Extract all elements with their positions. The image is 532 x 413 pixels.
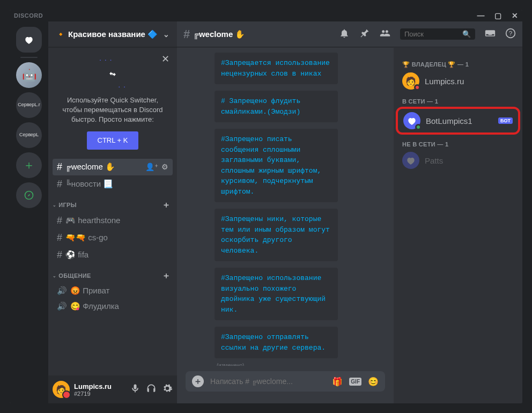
channels-list[interactable]: # ╔weclome ✋ 👤⁺⚙ # ╚новости 📃 ⌄ игры ＋ #… xyxy=(48,158,177,375)
search-box[interactable]: 🔍 xyxy=(400,28,475,40)
message-block: #Запрещено писать сообщения сплошными за… xyxy=(215,129,338,202)
chevron-down-icon[interactable]: ⌄ xyxy=(163,30,169,39)
titlebar: DISCORD — ▢ ✕ xyxy=(10,10,522,21)
composer: ＋ 🎁 GIF 😊 xyxy=(177,366,394,403)
category-games[interactable]: ⌄ игры ＋ xyxy=(50,193,175,212)
gear-icon[interactable]: ⚙ xyxy=(161,163,168,171)
messages-scroll[interactable]: #Запрещается использование нецензурных с… xyxy=(177,47,394,366)
server-header[interactable]: 🔸Красивое название🔷 ⌄ xyxy=(48,21,177,47)
channel-hearthstone[interactable]: #🎮 hearthstone xyxy=(53,212,173,229)
message-block: #Запрещено использование визуально похож… xyxy=(215,268,338,320)
message-block: #Запрещается использование нецензурных с… xyxy=(215,53,338,84)
quick-switcher-button[interactable]: CTRL + K xyxy=(87,131,139,150)
quick-switcher-card: ✕ • • • • • Используйте Quick Switcher, … xyxy=(48,47,177,158)
discord-window: DISCORD — ▢ ✕ 🤖 СерверL.r СерверL ＋ 🔸Кра… xyxy=(10,10,522,403)
server-icon-robot[interactable]: 🤖 xyxy=(16,62,42,88)
channel-news[interactable]: # ╚новости 📃 xyxy=(53,176,173,193)
voice-private[interactable]: 🔊😡 Приват xyxy=(53,283,173,298)
hash-icon: # xyxy=(57,232,62,244)
member-group-owner: 🏆 ВЛАДЕЛЕЦ 🏆 — 1 xyxy=(398,55,518,70)
explore-button[interactable] xyxy=(16,182,42,208)
invite-icon[interactable]: 👤⁺ xyxy=(145,163,158,171)
avatar: 🧑 xyxy=(402,72,419,90)
add-channel-icon[interactable]: ＋ xyxy=(162,200,171,211)
member-offline[interactable]: Patts xyxy=(398,150,518,171)
hash-icon: # xyxy=(57,215,62,226)
hash-icon: # xyxy=(57,179,62,190)
swap-arrows-icon: • • • • • xyxy=(97,58,129,90)
voice-flood[interactable]: 🔊😋 Флудилка xyxy=(53,299,173,314)
maximize-icon[interactable]: ▢ xyxy=(494,11,502,20)
message-input[interactable] xyxy=(210,377,326,386)
members-panel: 🏆 ВЛАДЕЛЕЦ 🏆 — 1 🧑 Lumpics.ru В СЕТИ — 1… xyxy=(394,47,522,403)
avatar xyxy=(403,112,420,129)
member-owner[interactable]: 🧑 Lumpics.ru xyxy=(398,70,518,92)
emoji-icon[interactable]: 😊 xyxy=(368,377,379,387)
member-group-offline: НЕ В СЕТИ — 1 xyxy=(398,135,518,150)
user-panel: 🧑 Lumpics.ru #2719 xyxy=(48,375,177,403)
hash-icon: # xyxy=(183,27,190,41)
highlight-annotation: BotLumpics1 БОТ xyxy=(396,107,520,135)
inbox-icon[interactable] xyxy=(485,28,496,41)
member-group-online: В СЕТИ — 1 xyxy=(398,92,518,107)
diamond-icon: 🔸 xyxy=(56,30,66,39)
channel-fifa[interactable]: #⚽ fifa xyxy=(53,247,173,263)
hash-icon: # xyxy=(57,249,62,261)
home-server-icon[interactable] xyxy=(16,27,42,53)
member-bot[interactable]: BotLumpics1 БОТ xyxy=(399,110,517,131)
server-rail: 🤖 СерверL.r СерверL ＋ xyxy=(10,21,48,403)
chevron-down-icon: ⌄ xyxy=(53,203,56,208)
message-block: # Запрещено флудить смайликами.(Эмодзи) xyxy=(215,91,338,122)
search-icon: 🔍 xyxy=(462,30,471,38)
help-icon[interactable]: ? xyxy=(505,28,516,41)
gift-icon[interactable]: 🎁 xyxy=(332,377,343,387)
user-tag: #2719 xyxy=(74,390,125,397)
username: Lumpics.ru xyxy=(74,382,125,390)
speaker-icon: 🔊 xyxy=(57,301,67,311)
hash-icon: # xyxy=(57,161,62,173)
channel-sidebar: 🔸Красивое название🔷 ⌄ ✕ • • • • • Исполь… xyxy=(48,21,177,403)
headphones-icon[interactable] xyxy=(146,383,157,396)
add-channel-icon[interactable]: ＋ xyxy=(162,270,171,282)
search-input[interactable] xyxy=(404,30,459,38)
chat-area: # ╔weclome ✋ 🔍 ? #Запрещается исп xyxy=(177,21,522,403)
server-icon-2[interactable]: СерверL xyxy=(16,122,42,148)
user-avatar[interactable]: 🧑 xyxy=(53,381,70,398)
channel-welcome[interactable]: # ╔weclome ✋ 👤⁺⚙ xyxy=(53,159,173,175)
attach-button[interactable]: ＋ xyxy=(192,375,204,387)
category-chat[interactable]: ⌄ Общение ＋ xyxy=(50,264,175,283)
speaker-icon: 🔊 xyxy=(57,286,67,296)
channel-csgo[interactable]: #🔫🔫 cs-go xyxy=(53,230,173,246)
gear-icon[interactable] xyxy=(162,383,173,396)
chevron-down-icon: ⌄ xyxy=(53,274,56,278)
members-icon[interactable] xyxy=(380,28,390,41)
avatar xyxy=(402,152,419,169)
channel-title-text: ╔weclome ✋ xyxy=(193,30,245,39)
svg-text:?: ? xyxy=(509,30,513,36)
diamond-icon: 🔷 xyxy=(147,30,158,39)
message-block: #Запрещены ники, которые тем или иным об… xyxy=(215,209,338,261)
mic-icon[interactable] xyxy=(130,383,141,396)
server-icon-1[interactable]: СерверL.r xyxy=(16,92,42,118)
gif-button[interactable]: GIF xyxy=(349,378,361,386)
close-icon[interactable]: ✕ xyxy=(161,53,169,66)
quick-switcher-text: Используйте Quick Switcher, чтобы переме… xyxy=(57,95,168,125)
message-block: #Запрещено отправлять ссылки на другие с… xyxy=(215,327,338,358)
minimize-icon[interactable]: — xyxy=(477,11,485,20)
bell-icon[interactable] xyxy=(339,28,350,41)
close-icon[interactable]: ✕ xyxy=(512,11,519,20)
chat-header: # ╔weclome ✋ 🔍 ? xyxy=(177,21,522,47)
add-server-button[interactable]: ＋ xyxy=(16,152,42,178)
titlebar-app-name: DISCORD xyxy=(14,12,477,19)
pin-icon[interactable] xyxy=(359,28,370,41)
server-name: Красивое название xyxy=(68,30,145,39)
bot-badge: БОТ xyxy=(498,117,513,124)
